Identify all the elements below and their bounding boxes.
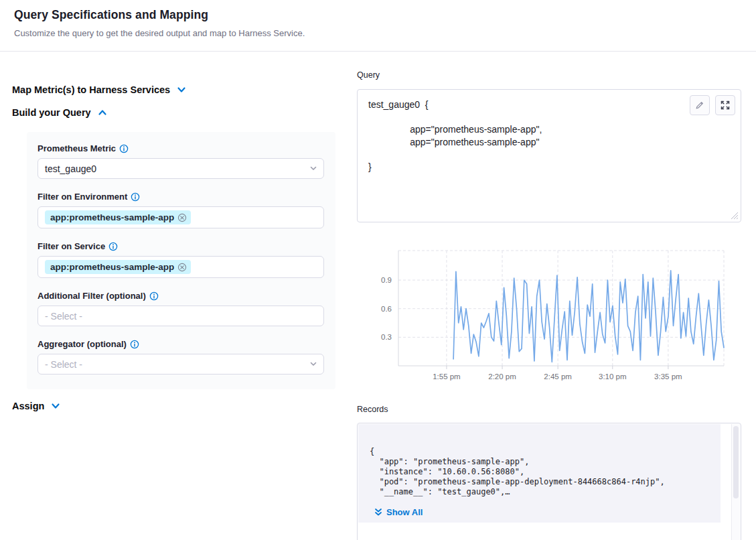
page-header: Query Specifications and Mapping Customi… [0,0,756,52]
records-panel: { "app": "prometheus-sample-app", "insta… [357,423,741,540]
info-icon[interactable] [149,291,159,301]
record-card: { "app": "prometheus-sample-app", "insta… [358,424,721,523]
section-build-query[interactable]: Build your Query [12,107,107,118]
expand-query-button[interactable] [715,95,735,115]
field-filter-environment: Filter on Environment app:prometheus-sam… [37,192,325,228]
filter-environment-input[interactable]: app:prometheus-sample-app [37,206,324,228]
show-all-link[interactable]: Show All [374,507,423,517]
fullscreen-icon [720,100,731,111]
chevron-down-icon [309,359,317,370]
filter-environment-label: Filter on Environment [37,192,325,202]
field-filter-service: Filter on Service app:prometheus-sample-… [37,241,325,278]
remove-tag-icon[interactable] [177,263,187,272]
query-toolbar [690,95,735,115]
section-assign[interactable]: Assign [12,401,60,411]
aggregator-placeholder: - Select - [45,359,82,370]
records-scrollbar[interactable] [731,424,740,540]
info-icon[interactable] [131,192,140,202]
page-subtitle: Customize the query to get the desired o… [14,28,305,38]
additional-filter-label-text: Additional Filter (optional) [37,291,146,301]
edit-query-button[interactable] [690,95,710,115]
filter-service-label-text: Filter on Service [37,241,105,251]
service-filter-tag-text: app:prometheus-sample-app [50,262,174,272]
info-icon[interactable] [119,144,129,153]
section-assign-label: Assign [12,401,44,411]
svg-text:3:35 pm: 3:35 pm [654,373,682,381]
pencil-icon [694,100,705,111]
aggregator-label-text: Aggregator (optional) [37,339,127,349]
svg-text:0.3: 0.3 [381,333,392,341]
record-json: { "app": "prometheus-sample-app", "insta… [370,447,665,497]
show-all-text: Show All [386,507,423,517]
section-map-metrics[interactable]: Map Metric(s) to Harness Services [12,84,186,95]
aggregator-select[interactable]: - Select - [37,354,324,375]
service-filter-tag: app:prometheus-sample-app [45,260,191,274]
svg-text:1:55 pm: 1:55 pm [433,373,461,381]
prometheus-metric-value: test_gauge0 [45,163,96,174]
svg-text:0.9: 0.9 [381,276,392,284]
page-title: Query Specifications and Mapping [14,8,208,22]
chevron-down-icon [309,163,317,174]
prometheus-metric-select[interactable]: test_gauge0 [37,158,324,179]
scrollbar-thumb[interactable] [733,426,739,498]
prometheus-metric-label: Prometheus Metric [37,143,325,153]
build-query-form: Prometheus Metric test_gauge0 Filter on … [27,132,335,389]
prometheus-metric-label-text: Prometheus Metric [37,143,116,153]
remove-tag-icon[interactable] [177,213,187,222]
svg-text:3:10 pm: 3:10 pm [599,373,627,381]
query-textarea[interactable]: test_gauge0 { app="prometheus-sample-app… [357,89,741,222]
double-chevron-down-icon [374,508,382,517]
query-code: test_gauge0 { app="prometheus-sample-app… [368,98,542,173]
additional-filter-placeholder: - Select - [45,311,82,322]
filter-environment-label-text: Filter on Environment [37,192,127,202]
svg-text:0.6: 0.6 [381,305,392,313]
filter-service-input[interactable]: app:prometheus-sample-app [37,256,324,278]
chevron-down-icon [51,401,60,411]
info-icon[interactable] [108,242,118,251]
filter-service-label: Filter on Service [37,241,325,251]
query-specifications-page: Query Specifications and Mapping Customi… [0,0,756,540]
info-icon[interactable] [130,340,139,349]
metric-preview-chart: 0.30.60.91:55 pm2:20 pm2:45 pm3:10 pm3:3… [357,241,741,383]
section-map-metrics-label: Map Metric(s) to Harness Services [12,84,170,95]
aggregator-label: Aggregator (optional) [37,339,325,349]
query-section-label: Query [357,70,380,80]
additional-filter-select[interactable]: - Select - [37,306,324,326]
field-additional-filter: Additional Filter (optional) - Select - [37,291,325,326]
environment-filter-tag-text: app:prometheus-sample-app [50,212,174,222]
svg-text:2:45 pm: 2:45 pm [544,373,572,381]
additional-filter-label: Additional Filter (optional) [37,291,325,301]
records-section-label: Records [357,405,388,414]
chevron-up-icon [98,108,107,117]
svg-text:2:20 pm: 2:20 pm [488,373,516,381]
field-prometheus-metric: Prometheus Metric test_gauge0 [37,143,325,179]
line-chart: 0.30.60.91:55 pm2:20 pm2:45 pm3:10 pm3:3… [357,241,741,383]
section-build-query-label: Build your Query [12,107,91,118]
field-aggregator: Aggregator (optional) - Select - [37,339,325,375]
chevron-down-icon [177,85,186,94]
environment-filter-tag: app:prometheus-sample-app [45,210,191,224]
resize-handle[interactable] [731,212,739,220]
